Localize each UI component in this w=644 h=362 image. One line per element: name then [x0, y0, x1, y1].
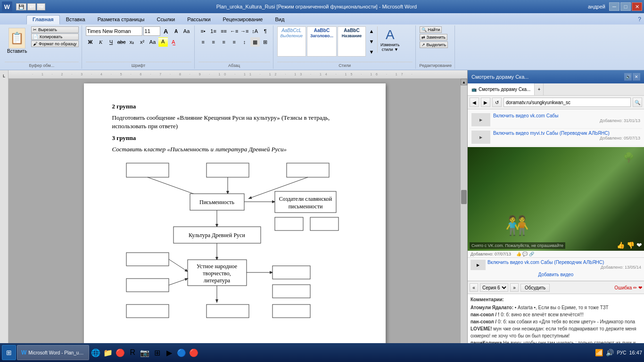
style-highlight[interactable]: AaBbCcLВыделение: [277, 26, 306, 57]
font-size-input[interactable]: [143, 26, 160, 36]
svg-rect-1: [206, 163, 249, 177]
style-name[interactable]: AaBbCНазвание: [338, 26, 366, 57]
bold-button[interactable]: Ж: [86, 37, 95, 47]
video-dislike-btn[interactable]: 👎: [627, 241, 635, 249]
browser-back-btn[interactable]: ◀: [470, 98, 479, 107]
text-effects-button[interactable]: Аа: [148, 37, 157, 47]
series-next-btn[interactable]: »: [510, 283, 519, 292]
browser-refresh-btn[interactable]: ↺: [492, 98, 502, 107]
document-scroll[interactable]: 2 группа Подготовить сообщение «Влияние …: [8, 79, 461, 352]
font-name-input[interactable]: [86, 26, 142, 36]
sort-btn[interactable]: ↕A: [250, 26, 260, 36]
panel-tab-main[interactable]: 📺 Смотреть дораму Ска...: [468, 83, 535, 95]
panel-tab-new[interactable]: +: [535, 83, 544, 95]
subscript-button[interactable]: x₂: [127, 37, 137, 47]
decrease-font-btn[interactable]: A: [172, 26, 181, 36]
series-select[interactable]: Серия 6: [480, 283, 508, 292]
add-video-link[interactable]: Включить видео vk.com Сабы (Переводчик А…: [487, 260, 641, 265]
tab-home[interactable]: Главная: [26, 15, 60, 25]
video-heart-btn[interactable]: ❤: [636, 241, 642, 249]
change-styles-btn[interactable]: Изменитьстили ▼: [380, 42, 400, 52]
minimize-button[interactable]: ─: [609, 2, 619, 11]
doc-scrollbar[interactable]: ▲ ▼: [461, 79, 467, 352]
browser-forward-btn[interactable]: ▶: [481, 98, 490, 107]
highlight-button[interactable]: А: [158, 37, 168, 47]
strikethrough-button[interactable]: abc: [117, 37, 126, 47]
styles-up-btn[interactable]: ▲: [367, 26, 376, 36]
select-button[interactable]: ↗ Выделить: [420, 41, 448, 48]
tab-review[interactable]: Рецензирование: [217, 15, 269, 25]
paste-button[interactable]: 📋 Вставить: [5, 26, 29, 55]
taskbar-app4-icon[interactable]: ⊞: [151, 347, 163, 358]
video-like-btn[interactable]: 👍: [617, 241, 625, 249]
styles-more-btn[interactable]: ▼: [367, 47, 376, 57]
align-center-btn[interactable]: ≡: [209, 37, 218, 47]
tab-mailings[interactable]: Рассылки: [181, 15, 216, 25]
increase-font-btn[interactable]: A: [161, 26, 171, 36]
copy-button[interactable]: 📄 Копировать: [31, 33, 78, 40]
close-button[interactable]: ✕: [632, 2, 642, 11]
quick-redo-btn[interactable]: ↪: [37, 3, 45, 10]
bullets-btn[interactable]: ≡•: [198, 26, 208, 36]
taskbar-app3-icon[interactable]: 📷: [139, 347, 150, 358]
series-prev-btn[interactable]: «: [470, 283, 478, 292]
styles-down-btn[interactable]: ▼: [367, 37, 376, 46]
align-left-btn[interactable]: ≡: [198, 37, 208, 47]
clear-format-btn[interactable]: Аа: [182, 26, 191, 36]
taskbar-folder-icon[interactable]: 📁: [102, 347, 114, 358]
tab-view[interactable]: Вид: [269, 15, 291, 25]
multilevel-btn[interactable]: ≡≡: [219, 26, 229, 36]
style-heading[interactable]: AaBbCЗаголово...: [307, 26, 337, 57]
shading-btn[interactable]: ▦: [250, 37, 260, 47]
playlist-item-1[interactable]: ▶ Включить видео vk.com Сабы Добавлено: …: [470, 111, 642, 129]
taskbar-app1-icon[interactable]: 🔴: [115, 347, 126, 358]
video-social-bar[interactable]: 👍 💬 🔗: [516, 252, 534, 256]
pilcrow-btn[interactable]: ¶: [261, 26, 270, 36]
find-button[interactable]: 🔍 Найти: [420, 26, 442, 33]
taskbar-app2-icon[interactable]: R: [127, 347, 138, 358]
format-painter-button[interactable]: 🖌 Формат по образцу: [31, 41, 78, 47]
start-button[interactable]: ⊞: [2, 345, 16, 360]
taskbar-app6-icon[interactable]: 🔵: [176, 347, 187, 358]
borders-btn[interactable]: ⊞: [261, 37, 270, 47]
svg-rect-18: [126, 253, 169, 266]
italic-button[interactable]: К: [96, 37, 106, 47]
panel-mute-btn[interactable]: 🔊: [624, 73, 632, 81]
decrease-indent-btn[interactable]: ←≡: [230, 26, 239, 36]
taskbar-ie-icon[interactable]: 🌐: [90, 347, 101, 358]
add-video-button[interactable]: Добавить видео: [538, 272, 574, 277]
tab-insert[interactable]: Вставка: [60, 15, 91, 25]
numbering-btn[interactable]: 1≡: [209, 26, 218, 36]
word-taskbar-btn[interactable]: W Microsoft Word - Plan_uroka...: [17, 345, 89, 360]
taskbar-app7-icon[interactable]: 🔴: [188, 347, 199, 358]
error-button[interactable]: Ошибка ✏ ❤: [614, 285, 642, 290]
font-color-button[interactable]: А̲: [169, 37, 178, 47]
browser-search-btn[interactable]: 🔍: [633, 98, 642, 107]
playlist-title-1[interactable]: Включить видео vk.com Сабы: [493, 113, 640, 118]
maximize-button[interactable]: □: [620, 2, 631, 11]
discuss-button[interactable]: Обсудить: [520, 284, 550, 292]
quick-undo-btn[interactable]: ↩: [27, 3, 36, 10]
taskbar-app5-icon[interactable]: ▶: [164, 347, 175, 358]
panel-close-btn[interactable]: ✕: [633, 73, 640, 81]
scroll-up-btn[interactable]: ▲: [461, 79, 467, 85]
replace-button[interactable]: ⇄ Заменить: [420, 34, 447, 41]
scroll-thumb[interactable]: [461, 190, 467, 204]
quick-save-btn[interactable]: 💾: [16, 3, 26, 10]
justify-btn[interactable]: ≡: [230, 37, 239, 47]
left-tool-1[interactable]: L: [0, 72, 8, 80]
svg-text:литература: литература: [203, 277, 230, 284]
tab-references[interactable]: Ссылки: [150, 15, 181, 25]
tab-page-layout[interactable]: Разметка страницы: [91, 15, 151, 25]
line-spacing-btn[interactable]: ↕: [240, 37, 249, 47]
url-input[interactable]: [504, 98, 631, 107]
ribbon-help-btn[interactable]: ?: [635, 15, 644, 25]
playlist-title-2[interactable]: Включить видео myvi.tv Сабы (Переводчик …: [493, 131, 640, 136]
increase-indent-btn[interactable]: →≡: [240, 26, 249, 36]
panel-header-controls: 🔊 ✕: [624, 73, 640, 81]
underline-button[interactable]: Ч: [107, 37, 116, 47]
align-right-btn[interactable]: ≡: [219, 37, 229, 47]
superscript-button[interactable]: x²: [138, 37, 147, 47]
cut-button[interactable]: ✂ Вырезать: [31, 26, 78, 33]
playlist-item-2[interactable]: ▶ Включить видео myvi.tv Сабы (Переводчи…: [470, 129, 642, 146]
